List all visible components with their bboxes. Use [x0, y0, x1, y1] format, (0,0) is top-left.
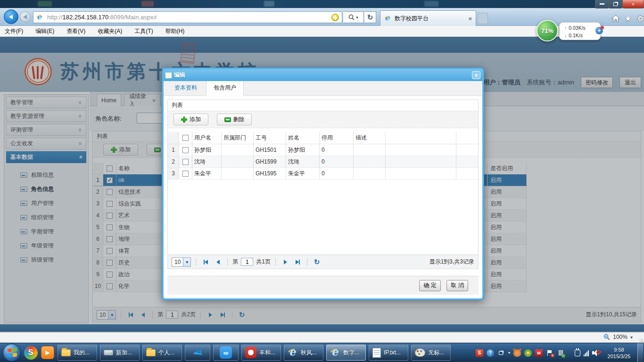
close-window-button[interactable]: × — [622, 0, 644, 8]
browser-tab[interactable]: e 数字校园平台 × — [380, 10, 476, 26]
table-row[interactable]: 1孙梦阳GH1501孙梦阳0 — [168, 144, 478, 156]
column-header-name[interactable]: 姓名 — [286, 132, 320, 144]
table-row[interactable]: 3朱金平GH1595朱金平0 — [168, 168, 478, 180]
browser-toolbar-icons: ★ — [608, 14, 644, 23]
add-user-button[interactable]: 添加 — [173, 114, 208, 125]
show-desktop-button[interactable] — [637, 343, 643, 362]
menu-item[interactable]: 收藏夹(A) — [98, 27, 122, 35]
taskbar-button[interactable] — [185, 345, 210, 361]
addon-shield-icon[interactable] — [331, 14, 339, 21]
window-switch-tray-icon[interactable] — [497, 349, 505, 357]
menu-item[interactable]: 查看(V) — [66, 27, 85, 35]
tray-overflow-caret-icon[interactable]: ▾ — [508, 351, 510, 355]
row-checkbox[interactable] — [179, 156, 192, 167]
folder-icon — [61, 349, 71, 356]
page-number-input[interactable] — [241, 258, 253, 266]
last-page-button[interactable] — [293, 257, 302, 267]
cell-name: 孙梦阳 — [286, 144, 320, 156]
adobe-updater-tray-icon[interactable]: M — [535, 349, 543, 357]
clock[interactable]: 9:58 2015/3/25 — [604, 346, 634, 360]
checkbox[interactable] — [182, 159, 189, 165]
dropdown-caret-icon[interactable]: ▾ — [183, 258, 190, 266]
menu-item[interactable]: 编辑(E) — [35, 27, 54, 35]
speed-bubble: ↑0.03K/s ↓0.1K/s — [559, 22, 601, 40]
home-icon[interactable] — [611, 14, 620, 23]
dialog-titlebar[interactable]: 编辑 × — [164, 69, 482, 81]
system-tray: S ? ▾ M x ✓ 9:58 2015/3/25 — [476, 343, 644, 362]
dialog-close-button[interactable]: × — [472, 71, 480, 79]
aliwangwang-tray-icon[interactable] — [513, 349, 521, 357]
restore-button[interactable] — [609, 0, 622, 8]
prev-page-button[interactable] — [213, 257, 223, 267]
ok-button[interactable]: 确 定 — [419, 280, 441, 291]
zoom-magnifier-icon — [603, 334, 610, 340]
separator — [227, 258, 228, 266]
row-checkbox[interactable] — [179, 144, 192, 156]
start-button[interactable] — [3, 344, 21, 362]
taskbar-button-IP.txt...[interactable]: IP.txt... — [369, 345, 408, 361]
menu-item[interactable]: 帮助(H) — [165, 27, 185, 35]
search-dropdown-caret-icon: ▾ — [356, 15, 358, 20]
taskbar-button-丰和...[interactable]: 丰和... — [241, 345, 281, 361]
memory-percent-ball[interactable]: 71% — [537, 20, 558, 41]
column-header-disabled[interactable]: 停用 — [320, 132, 354, 144]
zoom-control[interactable]: 100% ▾ — [603, 334, 633, 340]
checkbox[interactable] — [182, 147, 189, 153]
menu-item[interactable]: 工具(T) — [134, 27, 153, 35]
cell-username: 孙梦阳 — [192, 144, 222, 156]
tab-basic-info[interactable]: 资本资料 — [167, 81, 204, 95]
settings-gear-icon[interactable] — [636, 14, 644, 23]
taskbar-button-数字...[interactable]: e数字... — [326, 345, 366, 361]
column-header-username[interactable]: 用户名 — [192, 132, 222, 144]
column-header-department[interactable]: 所属部门 — [222, 132, 254, 144]
desktop-icon-blur — [141, 1, 154, 7]
column-header-description[interactable]: 描述 — [354, 132, 386, 144]
next-page-button[interactable] — [281, 257, 290, 267]
taskbar-button-label: 个人... — [158, 349, 174, 357]
row-checkbox[interactable] — [179, 168, 192, 179]
refresh-button[interactable]: ↻ — [364, 11, 376, 23]
first-page-button[interactable] — [201, 257, 210, 267]
select-all-checkbox[interactable] — [179, 132, 192, 144]
cell-dept — [222, 168, 254, 179]
table-row[interactable]: 2沈琦GH1599沈琦0 — [168, 156, 478, 168]
taskbar-button[interactable]: ∞ — [213, 345, 239, 361]
taskbar-button-秋风...[interactable]: e秋风... — [284, 345, 323, 361]
search-button[interactable]: ▾ — [343, 11, 364, 23]
usb-device-tray-icon[interactable]: ✓ — [557, 349, 564, 357]
taskbar-button-个人...[interactable]: 个人... — [142, 345, 182, 361]
refresh-icon[interactable]: ↻ — [312, 257, 322, 267]
fetion-bird-icon — [192, 348, 203, 357]
back-button[interactable] — [4, 9, 18, 24]
checkbox[interactable] — [182, 171, 189, 177]
new-tab-button[interactable] — [478, 13, 488, 24]
action-center-flag-icon[interactable]: x — [546, 349, 553, 357]
favorites-star-icon[interactable]: ★ — [623, 14, 633, 23]
taskbar-button-我的...[interactable]: 我的... — [58, 345, 97, 361]
volume-muted-icon[interactable] — [592, 349, 601, 357]
edit-dialog: 编辑 × 资本资料 包含用户 列表 添加 删除 — [162, 67, 484, 300]
taskbar-button-新加...[interactable]: 新加... — [100, 345, 140, 361]
delete-user-button[interactable]: 删除 — [217, 114, 252, 125]
taskbar-button-label: 我的... — [74, 349, 90, 357]
safety-lock-tray-icon[interactable] — [524, 349, 532, 357]
page-size-select[interactable]: 10▾ — [172, 257, 191, 267]
tab-included-users[interactable]: 包含用户 — [206, 81, 244, 96]
sogou-pinyin-tray-icon[interactable]: S — [476, 349, 483, 357]
power-plug-icon[interactable] — [575, 350, 580, 356]
forward-button[interactable] — [20, 11, 31, 22]
network-signal-icon[interactable] — [584, 350, 589, 356]
cancel-button[interactable]: 取 消 — [446, 280, 468, 291]
help-tray-icon[interactable]: ? — [487, 349, 494, 357]
menu-item[interactable]: 文件(F) — [5, 27, 23, 35]
minimize-button[interactable] — [595, 0, 609, 8]
refresh-icon: ↻ — [367, 13, 373, 22]
sogou-browser-icon[interactable]: S — [24, 346, 38, 360]
taskbar-button-无标...[interactable]: 无标... — [411, 345, 451, 361]
back-icon — [9, 15, 13, 19]
tab-close-icon[interactable]: × — [468, 15, 472, 22]
address-bar[interactable]: e http://182.254.158.170:8099/Main.aspx# — [33, 11, 342, 23]
pptv-player-icon[interactable]: ▶ — [41, 346, 55, 360]
column-header-workno[interactable]: 工号 — [254, 132, 286, 144]
accelerate-plus-icon[interactable]: + — [595, 26, 603, 35]
